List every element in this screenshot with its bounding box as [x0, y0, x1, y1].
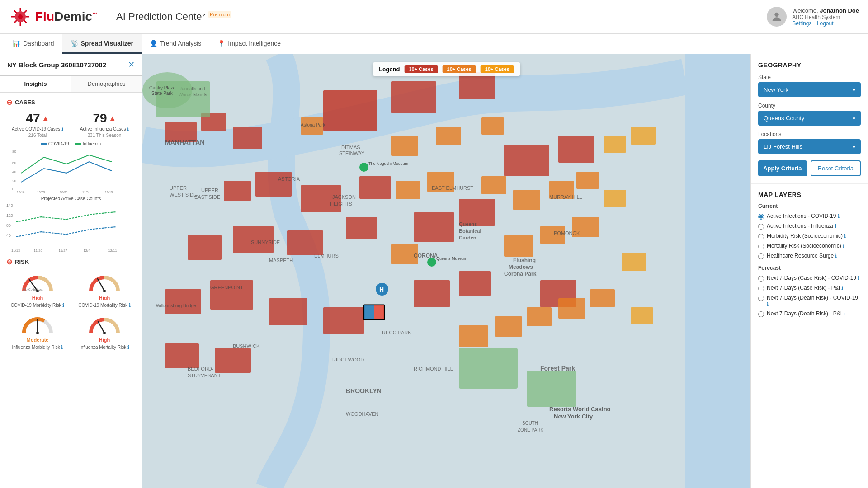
svg-rect-88: [631, 127, 656, 145]
covid-mort-info[interactable]: ℹ: [129, 302, 131, 308]
logo-tm: ™: [92, 11, 98, 18]
next7-death-covid-info[interactable]: ℹ: [767, 301, 769, 307]
close-button[interactable]: ✕: [128, 60, 135, 70]
svg-rect-83: [495, 316, 522, 337]
influenza-count: 79 ▲: [73, 111, 136, 126]
layer-active-covid-text: Active Infections - COVID-19 ℹ: [767, 213, 840, 219]
covid-info-icon[interactable]: ℹ: [61, 126, 63, 131]
svg-rect-43: [233, 127, 262, 149]
tab-spread-visualizer[interactable]: 📡 Spread Visualizer: [62, 34, 142, 54]
svg-point-145: [427, 258, 436, 267]
svg-text:SUNNYSIDE: SUNNYSIDE: [251, 239, 280, 245]
layer-next7-case-pai-radio[interactable]: [758, 286, 764, 291]
morb-socio-info[interactable]: ℹ: [844, 233, 846, 239]
map-area[interactable]: H MANHATTAN BROOKLYN CORONA Queens Botan…: [142, 54, 750, 488]
influenza-case-card: 79 ▲ Active Influenza Cases ℹ 231 This S…: [73, 111, 136, 138]
layer-next7-death-pai-radio[interactable]: [758, 311, 764, 317]
locations-field: Locations LIJ Forest Hills: [758, 131, 861, 154]
svg-text:UPPER: UPPER: [170, 185, 187, 191]
layer-mortality-socio-text: Mortality Risk (Socioeconomic) ℹ: [767, 243, 844, 249]
flu-info-icon[interactable]: ℹ: [127, 126, 129, 131]
county-select-wrapper[interactable]: Queens County: [758, 111, 861, 126]
svg-rect-85: [558, 298, 585, 319]
svg-rect-89: [604, 190, 626, 207]
svg-text:State Park: State Park: [151, 91, 173, 96]
svg-line-7: [24, 20, 27, 23]
svg-rect-48: [255, 172, 292, 197]
active-flu-info[interactable]: ℹ: [835, 223, 836, 229]
influenza-total: 231 This Season: [73, 133, 136, 138]
svg-point-36: [36, 332, 39, 334]
svg-text:BEDFORD-: BEDFORD-: [188, 366, 214, 371]
reset-criteria-button[interactable]: Reset Criteria: [811, 160, 861, 176]
layer-active-influenza-radio[interactable]: [758, 224, 764, 230]
svg-text:12/4: 12/4: [84, 249, 91, 252]
tab-dashboard[interactable]: 📊 Dashboard: [5, 34, 62, 54]
next7-death-pai-info[interactable]: ℹ: [843, 311, 845, 316]
gauge-grid: Zip Code Avg. High COVID-19 Morbidity Ri…: [6, 271, 136, 350]
svg-text:80: 80: [12, 150, 16, 154]
covid-morbidity-label: COVID-19 Morbidity Risk ℹ: [6, 302, 69, 308]
svg-point-38: [103, 332, 106, 334]
locations-select[interactable]: LIJ Forest Hills: [758, 139, 861, 154]
layer-mortality-socio-radio[interactable]: [758, 244, 764, 249]
projected-svg-chart: 140 120 80 40 11/13 11/20 11/27 12/4 12/…: [6, 202, 136, 252]
svg-text:CORONA: CORONA: [414, 253, 438, 259]
layer-healthcare-surge-text: Healthcare Resource Surge ℹ: [767, 253, 837, 259]
spread-icon: 📡: [71, 40, 78, 47]
svg-text:REGO PARK: REGO PARK: [382, 330, 411, 335]
flu-morb-info[interactable]: ℹ: [61, 344, 63, 350]
next7-case-covid-info[interactable]: ℹ: [858, 275, 859, 281]
apply-criteria-button[interactable]: Apply Criteria: [758, 160, 807, 176]
layer-mortality-socio: Mortality Risk (Socioeconomic) ℹ: [758, 243, 861, 249]
covid-mortality-gauge: [86, 271, 123, 293]
cases-svg-chart: 80 60 40 20 0 10/16 10/23 10/30 11/6: [6, 148, 136, 193]
svg-rect-62: [323, 307, 364, 334]
svg-text:11/13: 11/13: [11, 249, 20, 252]
cases-icon: ⊖: [6, 98, 12, 107]
svg-rect-93: [459, 348, 518, 389]
gauge-covid-morbidity: Zip Code Avg. High COVID-19 Morbidity Ri…: [6, 271, 69, 308]
svg-rect-55: [504, 145, 549, 176]
state-field: State New York: [758, 74, 861, 97]
tab-impact-intelligence[interactable]: 📍 Impact Intelligence: [209, 34, 289, 54]
tab-demographics[interactable]: Demographics: [71, 75, 142, 92]
layer-healthcare-surge-radio[interactable]: [758, 253, 764, 259]
svg-rect-66: [215, 348, 251, 373]
mort-socio-info[interactable]: ℹ: [843, 243, 844, 249]
svg-text:EAST SIDE: EAST SIDE: [194, 194, 220, 200]
layer-morbidity-socio-radio[interactable]: [758, 234, 764, 239]
tab-insights[interactable]: Insights: [0, 75, 71, 92]
svg-text:20: 20: [12, 179, 16, 183]
svg-text:H: H: [379, 286, 384, 293]
state-select[interactable]: New York: [758, 82, 861, 97]
next7-case-pai-info[interactable]: ℹ: [841, 285, 843, 291]
svg-text:WEST SIDE: WEST SIDE: [170, 192, 197, 197]
flu-mort-info[interactable]: ℹ: [127, 344, 129, 350]
covid-morbidity-status: High: [6, 295, 69, 300]
svg-text:Astoria Park: Astoria Park: [301, 122, 326, 127]
geography-title: GEOGRAPHY: [758, 61, 861, 69]
svg-rect-63: [414, 280, 450, 307]
svg-text:140: 140: [6, 203, 13, 208]
covid-morb-info[interactable]: ℹ: [62, 302, 64, 308]
healthcare-surge-info[interactable]: ℹ: [835, 253, 837, 258]
active-covid-info[interactable]: ℹ: [838, 213, 840, 219]
layer-next7-case-covid-text: Next 7-Days (Case Risk) - COVID-19 ℹ: [767, 275, 859, 281]
tab-trend-analysis[interactable]: 👤 Trend Analysis: [142, 34, 209, 54]
locations-select-wrapper[interactable]: LIJ Forest Hills: [758, 139, 861, 154]
flu-morbidity-label: Influenza Morbidity Risk ℹ: [6, 344, 69, 350]
state-select-wrapper[interactable]: New York: [758, 82, 861, 97]
settings-link[interactable]: Settings: [792, 20, 811, 27]
county-select[interactable]: Queens County: [758, 111, 861, 126]
layer-active-covid: Active Infections - COVID-19 ℹ: [758, 213, 861, 220]
layer-active-covid-radio[interactable]: [758, 214, 764, 220]
logout-link[interactable]: Logout: [817, 20, 834, 27]
covid-total: 216 Total: [6, 133, 69, 138]
logo: FluDemic™: [9, 5, 98, 28]
layer-next7-case-covid-radio[interactable]: [758, 276, 764, 282]
layer-next7-death-covid-radio[interactable]: [758, 296, 764, 301]
svg-line-37: [98, 322, 104, 333]
svg-rect-76: [513, 190, 540, 210]
svg-rect-47: [224, 181, 251, 201]
